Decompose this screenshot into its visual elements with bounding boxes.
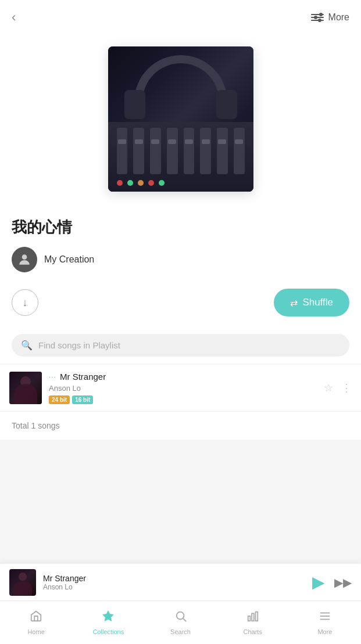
sliders-icon (311, 14, 324, 21)
mixer-slider (117, 128, 128, 174)
mixer-slider (217, 128, 228, 174)
creator-row: My Creation (12, 247, 349, 272)
bottom-nav: Home Collections Search Charts (0, 600, 361, 644)
nav-label-home: Home (27, 628, 44, 635)
actions-row: ↓ ⇄ Shuffle (0, 278, 361, 327)
mixer-slider (167, 128, 178, 174)
more-label: More (328, 12, 349, 23)
playlist-info: 我的心情 My Creation (0, 206, 361, 278)
creator-name: My Creation (44, 254, 94, 265)
now-playing-info: Mr Stranger Anson Lo (43, 574, 305, 591)
mixer-knob-green (127, 180, 133, 186)
headphone-left-ear (124, 90, 145, 119)
mixer-knobs (108, 180, 253, 186)
home-icon (30, 610, 42, 626)
total-songs-label: Total 1 songs (12, 421, 60, 430)
nav-label-collections: Collections (92, 628, 124, 635)
nav-label-more: More (317, 628, 332, 635)
svg-rect-4 (248, 616, 250, 621)
now-playing-title: Mr Stranger (43, 574, 305, 583)
mixer-slider (200, 128, 211, 174)
song-artist: Anson Lo (49, 384, 317, 393)
nav-item-search[interactable]: Search (144, 605, 216, 640)
search-icon: 🔍 (21, 340, 33, 351)
song-title: Mr Stranger (60, 372, 106, 382)
nav-item-collections[interactable]: Collections (72, 605, 144, 640)
playlist-title: 我的心情 (12, 217, 349, 238)
album-art-inner (108, 46, 253, 192)
collections-icon (102, 610, 115, 626)
svg-point-0 (22, 254, 27, 260)
svg-rect-5 (252, 613, 254, 621)
back-button[interactable]: ‹ (12, 10, 16, 25)
header: ‹ More (0, 0, 361, 35)
search-nav-icon (174, 610, 187, 626)
table-row[interactable]: ··· Mr Stranger Anson Lo 24 bit 16 bit ☆… (0, 365, 361, 412)
headphone-band (134, 55, 227, 102)
forward-button[interactable]: ▶▶ (334, 575, 352, 589)
shuffle-label: Shuffle (302, 297, 333, 308)
song-info: ··· Mr Stranger Anson Lo 24 bit 16 bit (49, 372, 317, 404)
mixer-slider (133, 128, 144, 174)
np-thumb-image (9, 569, 36, 596)
now-playing-bar: Mr Stranger Anson Lo ▶ ▶▶ (0, 563, 361, 600)
song-list: ··· Mr Stranger Anson Lo 24 bit 16 bit ☆… (0, 365, 361, 412)
song-thumb-image (9, 372, 42, 404)
mixer-knob-green2 (159, 180, 165, 186)
song-more-icon[interactable]: ⋮ (341, 382, 352, 394)
album-art-container (0, 35, 361, 206)
mixer-slider (234, 128, 245, 174)
play-button[interactable]: ▶ (312, 573, 325, 592)
mixer-slider (150, 128, 161, 174)
now-playing-controls: ▶ ▶▶ (312, 573, 352, 592)
more-nav-icon (319, 610, 331, 626)
mixer-board (108, 122, 253, 192)
now-playing-thumbnail (9, 569, 36, 596)
mixer-sliders (108, 122, 253, 180)
song-badges: 24 bit 16 bit (49, 395, 317, 404)
mixer-knob-red (117, 180, 123, 186)
badge-16bit: 16 bit (72, 395, 93, 404)
download-button[interactable]: ↓ (12, 289, 38, 316)
nav-item-home[interactable]: Home (0, 605, 72, 640)
more-button[interactable]: More (311, 12, 349, 23)
song-playing-indicator: ··· (49, 373, 56, 381)
song-thumbnail (9, 372, 42, 404)
nav-label-search: Search (170, 628, 191, 635)
total-songs: Total 1 songs (0, 412, 361, 440)
nav-item-more[interactable]: More (289, 605, 361, 640)
song-actions: ☆ ⋮ (324, 382, 352, 394)
mixer-knob-orange (138, 180, 144, 186)
svg-marker-1 (103, 611, 113, 621)
search-bar-container: 🔍 Find songs in Playlist (0, 327, 361, 364)
user-icon (17, 252, 32, 267)
shuffle-icon: ⇄ (290, 297, 298, 308)
song-title-row: ··· Mr Stranger (49, 372, 317, 382)
mixer-slider (184, 128, 195, 174)
shuffle-button[interactable]: ⇄ Shuffle (274, 289, 349, 316)
search-bar[interactable]: 🔍 Find songs in Playlist (12, 334, 349, 357)
nav-label-charts: Charts (244, 628, 262, 635)
nav-item-charts[interactable]: Charts (217, 605, 289, 640)
now-playing-artist: Anson Lo (43, 583, 305, 591)
download-icon: ↓ (23, 297, 28, 309)
charts-icon (246, 610, 259, 626)
svg-point-2 (176, 612, 184, 620)
album-art (108, 46, 253, 192)
headphone-right-ear (216, 90, 237, 119)
svg-rect-6 (255, 612, 258, 621)
mixer-knob-red2 (148, 180, 154, 186)
creator-avatar (12, 247, 37, 272)
svg-line-3 (183, 618, 186, 621)
badge-24bit: 24 bit (49, 395, 70, 404)
bottom-spacer (0, 440, 361, 521)
favorite-icon[interactable]: ☆ (324, 382, 333, 394)
search-placeholder: Find songs in Playlist (38, 340, 120, 350)
